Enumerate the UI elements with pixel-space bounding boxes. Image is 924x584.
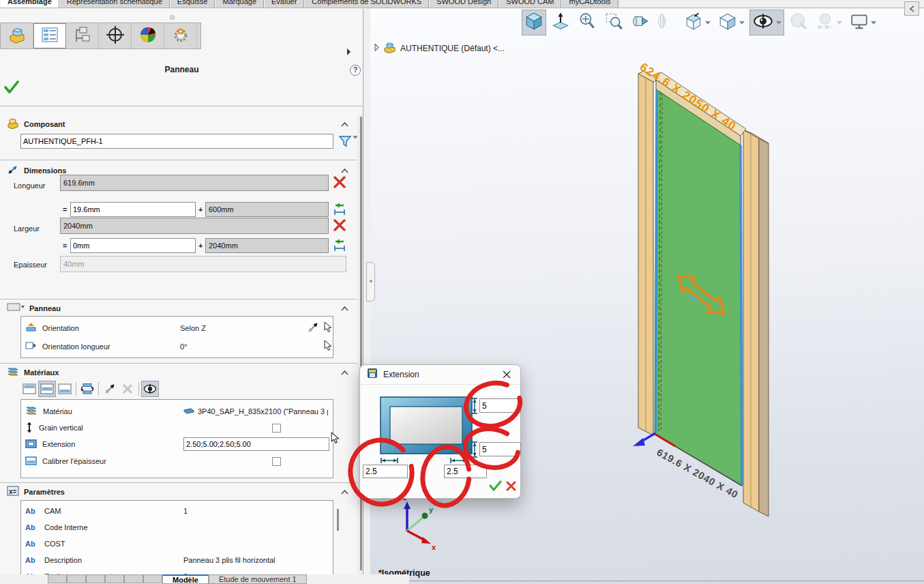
delete-formula-icon[interactable] [333,176,346,191]
collapse-chevron-icon[interactable] [341,120,348,128]
delete-material-button[interactable] [119,381,136,397]
extension-row[interactable]: Extension [21,435,333,453]
param-row-description[interactable]: Ab Description Panneau 3 plis fil horizo… [21,552,333,568]
nav-square[interactable] [105,574,124,583]
grain-vertical-row[interactable]: Grain vertical [21,420,333,435]
nav-square[interactable] [143,574,162,583]
tab-assemblage[interactable]: Assemblage [0,0,59,8]
section-header-materiaux[interactable]: Matériaux [7,366,358,379]
component-name-input[interactable] [20,134,333,149]
tab-modele[interactable]: Modèle [162,574,209,584]
parametres-scrollbar[interactable] [337,509,339,531]
right-wood-rail[interactable] [743,130,769,516]
extension-dialog[interactable]: Extension [359,364,521,499]
tab-representation-schematique[interactable]: Représentation schématique [59,0,170,8]
largeur-offset-input[interactable] [70,238,196,253]
section-header-panneau[interactable]: Panneau [7,303,358,313]
collapse-chevron-icon[interactable] [341,488,348,496]
collapse-chevron-icon[interactable] [341,304,348,312]
tab-marquage[interactable]: Marquage [215,0,264,8]
grain-vertical-checkbox[interactable] [272,424,281,433]
tab-display-manager[interactable] [132,23,164,48]
orientation-row[interactable]: Orientation Selon Z [21,319,333,337]
flyout-arrow-icon[interactable] [346,48,351,57]
collapse-panel-button[interactable] [904,1,919,16]
param-row-cost[interactable]: Ab COST [21,536,333,552]
largeur-label: Largeur [14,224,40,233]
property-list-icon [40,25,59,47]
ok-button[interactable] [4,81,19,97]
collapse-chevron-icon[interactable] [341,368,348,377]
tab-mycadtools[interactable]: myCADtools [561,0,618,8]
nav-square[interactable] [124,574,143,583]
divider [98,382,99,396]
equals-sign: = [63,205,67,214]
tab-swood-cam[interactable]: SWOOD CAM [498,0,561,8]
section-header-composant[interactable]: Composant [7,118,358,130]
tab-complements-solidworks[interactable]: Compléments de SOLIDWORKS [304,0,429,8]
parametres-group-box: Ab CAM 1 Ab Code Interne Ab COST Ab Desc… [20,500,333,584]
orientation-longueur-row[interactable]: Orientation longueur 0° [21,337,333,355]
largeur-total-field: 2040mm [60,218,329,234]
collapse-chevron-icon[interactable] [341,166,348,175]
swap-layers-button[interactable] [78,381,96,397]
tab-dimxpert[interactable] [99,23,132,48]
equals-sign: = [63,242,67,250]
delete-formula-icon[interactable] [333,219,346,234]
extension-middle-input[interactable] [479,442,521,456]
panel-drag-handle[interactable] [170,15,175,20]
layer-position-top-button[interactable] [20,381,38,397]
filter-icon[interactable] [338,134,352,151]
dimension-arrows-icon [7,164,19,177]
calibrate-panel-icon [25,456,37,467]
extension-bottom-left-input[interactable] [363,465,408,478]
param-row-code-interne[interactable]: Ab Code Interne [21,519,333,536]
tab-evaluer[interactable]: Évaluer [264,0,304,8]
layer-position-middle-button[interactable] [38,381,56,397]
extension-values-input[interactable] [183,437,329,451]
longueur-offset-input[interactable] [70,202,196,217]
nav-square[interactable] [67,574,86,583]
horizontal-dim-icon [449,456,468,465]
section-header-parametres[interactable]: x= Paramètres [7,486,358,497]
panel-icon [7,303,25,313]
divider [76,382,76,396]
property-manager-panel: Panneau ? Composant [0,9,363,584]
material-visibility-button[interactable] [141,381,159,397]
layer-position-bottom-button[interactable] [56,381,74,397]
dialog-ok-button[interactable] [489,480,502,494]
close-icon[interactable] [500,368,513,381]
dialog-cancel-button[interactable] [506,481,516,494]
tab-configuration-manager[interactable] [66,23,99,48]
tab-swood-design[interactable]: SWOOD Design [429,0,498,8]
extension-top-input[interactable] [479,398,521,413]
panel-scrollbar-thumb[interactable] [360,117,362,570]
longueur-total-field: 619.6mm [60,175,329,191]
tab-feature-manager[interactable] [1,23,33,48]
calibrer-checkbox[interactable] [272,457,281,466]
materiaux-group-box: Matériau 3P40_SAP_H_835x2100 ("Panneau 3… [20,399,333,478]
swap-measure-icon[interactable] [333,202,346,218]
help-button[interactable]: ? [350,65,361,76]
materiau-row[interactable]: Matériau 3P40_SAP_H_835x2100 ("Panneau 3… [21,402,333,420]
nav-square[interactable] [86,574,105,583]
transfer-material-button[interactable] [101,381,119,397]
tab-property-manager[interactable] [33,23,66,48]
materiaux-toolbar [20,381,159,397]
orientation-longueur-icon [25,340,37,352]
param-row-cam[interactable]: Ab CAM 1 [21,503,333,519]
green-check-icon [4,85,19,96]
dialog-titlebar[interactable]: Extension [360,365,520,385]
transfer-arrows-icon[interactable] [306,321,320,336]
tab-etude-mouvement[interactable]: Étude de mouvement 1 [209,574,307,584]
dialog-title: Extension [383,370,419,379]
swap-measure-icon[interactable] [333,238,346,254]
tab-swood-options[interactable] [164,23,197,48]
nav-square[interactable] [48,574,67,583]
cursor-icon [323,340,333,353]
extension-bottom-center-input[interactable] [444,465,487,478]
frame-icon [25,439,37,450]
target-icon [105,25,125,48]
calibrer-epaisseur-row[interactable]: Calibrer l'épaisseur [21,453,333,469]
tab-esquisse[interactable]: Esquisse [170,0,215,8]
